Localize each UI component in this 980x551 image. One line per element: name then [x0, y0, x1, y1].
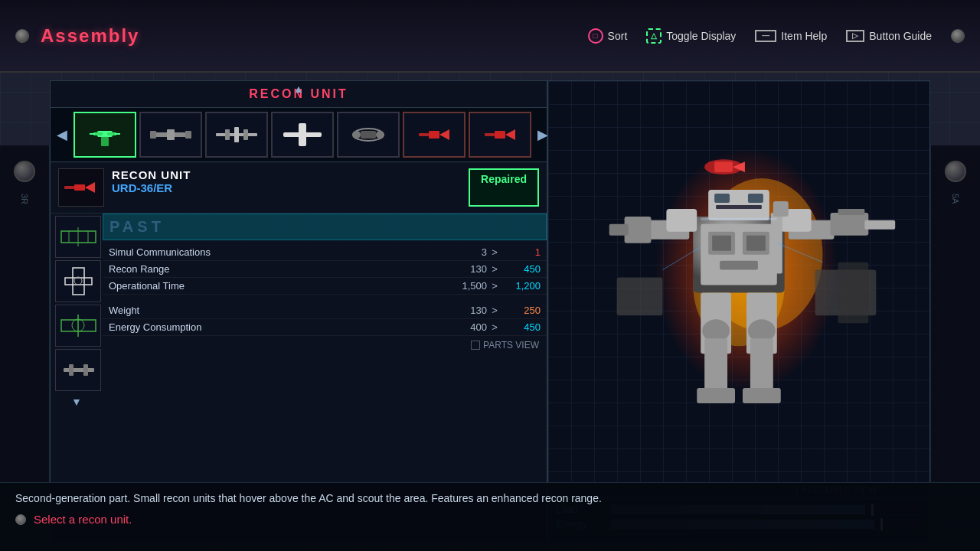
stat-row-operational-time: Operational Time 1,500 > 1,200 — [103, 278, 547, 295]
top-circle-left — [15, 29, 29, 43]
svg-rect-79 — [714, 161, 733, 172]
scroll-up-arrow[interactable]: ▲ — [292, 81, 305, 96]
stat-arrow-recon-range: > — [487, 263, 502, 275]
main-content: 3R 5A RECON UNIT ◀ — [0, 73, 980, 551]
highlight-bar: PAST — [103, 214, 547, 240]
left-panel: RECON UNIT ◀ — [50, 80, 547, 543]
top-circle-right — [951, 29, 965, 43]
side-thumb-3[interactable] — [55, 305, 101, 347]
svg-point-18 — [353, 131, 361, 139]
stat-arrow-simul-comm: > — [487, 246, 502, 258]
svg-rect-51 — [720, 261, 758, 270]
mech-illustration — [548, 81, 929, 497]
svg-marker-21 — [439, 129, 449, 140]
stats-list: PAST Simul Communications 3 > 1 Recon Ra… — [103, 214, 547, 412]
mech-view — [547, 80, 930, 497]
stat-new-weight: 250 — [502, 305, 541, 316]
svg-rect-26 — [74, 184, 85, 191]
thumb-item-1[interactable] — [74, 112, 136, 158]
svg-rect-3 — [101, 137, 109, 146]
scroll-down-arrow[interactable]: ▼ — [53, 393, 100, 410]
prev-arrow[interactable]: ◀ — [51, 126, 74, 143]
svg-rect-7 — [150, 131, 156, 139]
stat-row-recon-range: Recon Range 130 > 450 — [103, 261, 547, 278]
svg-rect-41 — [83, 364, 88, 376]
svg-rect-25 — [485, 133, 495, 136]
toggle-display-button[interactable]: △ Toggle Display — [646, 28, 736, 44]
side-thumb-1[interactable] — [55, 216, 101, 258]
svg-rect-71 — [697, 388, 735, 403]
stat-new-simul-comm: 1 — [502, 246, 541, 258]
side-knob-left — [14, 161, 35, 182]
thumb-item-3[interactable] — [205, 112, 268, 158]
toggle-label: Toggle Display — [666, 30, 736, 42]
svg-rect-70 — [750, 338, 773, 392]
svg-rect-34 — [65, 278, 92, 285]
svg-rect-63 — [666, 209, 697, 232]
svg-rect-20 — [429, 131, 439, 139]
parts-view-text: PARTS VIEW — [483, 340, 539, 350]
thumb-item-6[interactable] — [403, 112, 466, 158]
guide-icon: ▷ — [846, 30, 864, 42]
thumbnail-strip: ◀ — [51, 108, 547, 162]
sort-icon: □ — [588, 28, 603, 44]
svg-rect-8 — [185, 131, 191, 139]
past-text: PAST — [109, 218, 165, 236]
svg-marker-27 — [85, 182, 95, 193]
stat-row-energy-consumption: Energy Consumption 400 > 450 — [103, 319, 547, 336]
stat-old-recon-range: 130 — [441, 263, 487, 275]
svg-rect-50 — [746, 236, 766, 251]
parts-view-checkbox — [471, 341, 480, 350]
svg-rect-73 — [771, 213, 782, 274]
prompt-dot — [15, 514, 26, 525]
view-labels: PARTS VIEW — [103, 336, 547, 354]
side-label-right: 5A — [951, 194, 960, 204]
item-help-button[interactable]: — Item Help — [755, 30, 827, 42]
svg-rect-83 — [701, 218, 777, 220]
svg-point-19 — [376, 131, 384, 139]
side-thumbs: ▼ — [51, 214, 103, 412]
svg-rect-57 — [625, 217, 652, 243]
side-thumb-2[interactable] — [55, 260, 101, 302]
stat-row-weight: Weight 130 > 250 — [103, 302, 547, 319]
svg-rect-49 — [712, 236, 731, 251]
svg-rect-39 — [64, 368, 94, 372]
button-guide-button[interactable]: ▷ Button Guide — [846, 30, 932, 42]
item-category: RECON UNIT — [112, 168, 461, 181]
thumb-item-2[interactable] — [139, 112, 202, 158]
selected-item-thumbnail — [58, 168, 104, 207]
stat-old-weight: 130 — [441, 305, 487, 316]
stat-label-weight: Weight — [109, 305, 441, 316]
prompt-text: Select a recon unit. — [34, 513, 132, 526]
stat-label-energy-consumption: Energy Consumption — [109, 321, 441, 333]
svg-marker-24 — [505, 129, 515, 140]
svg-rect-74 — [773, 201, 789, 217]
help-label: Item Help — [781, 30, 827, 42]
svg-rect-12 — [243, 129, 248, 140]
thumb-item-5[interactable] — [337, 112, 400, 158]
svg-rect-61 — [864, 220, 895, 230]
stat-new-operational-time: 1,200 — [502, 280, 541, 292]
svg-rect-55 — [716, 205, 762, 209]
toggle-icon: △ — [646, 28, 662, 44]
item-title-block: RECON UNIT URD-36/ER — [112, 168, 461, 207]
svg-rect-23 — [495, 131, 505, 139]
item-name: URD-36/ER — [112, 181, 461, 194]
side-decoration-right: 5A — [930, 145, 980, 482]
side-knob-right — [945, 161, 966, 182]
stat-old-operational-time: 1,500 — [441, 280, 487, 292]
side-thumb-4[interactable] — [55, 349, 101, 391]
stat-old-simul-comm: 3 — [441, 246, 487, 258]
thumbnail-grid — [74, 112, 531, 158]
side-decoration-left: 3R — [0, 145, 50, 482]
stat-arrow-operational-time: > — [487, 280, 502, 292]
svg-rect-17 — [361, 131, 376, 139]
stat-arrow-weight: > — [487, 305, 502, 316]
thumb-item-7[interactable] — [469, 112, 531, 158]
thumb-item-4[interactable] — [271, 112, 334, 158]
svg-rect-54 — [748, 194, 763, 203]
svg-rect-22 — [419, 133, 429, 136]
stat-row-simul-comm: Simul Communications 3 > 1 — [103, 244, 547, 261]
top-bar: Assembly □ Sort △ Toggle Display — Item … — [0, 0, 980, 73]
sort-button[interactable]: □ Sort — [588, 28, 628, 44]
